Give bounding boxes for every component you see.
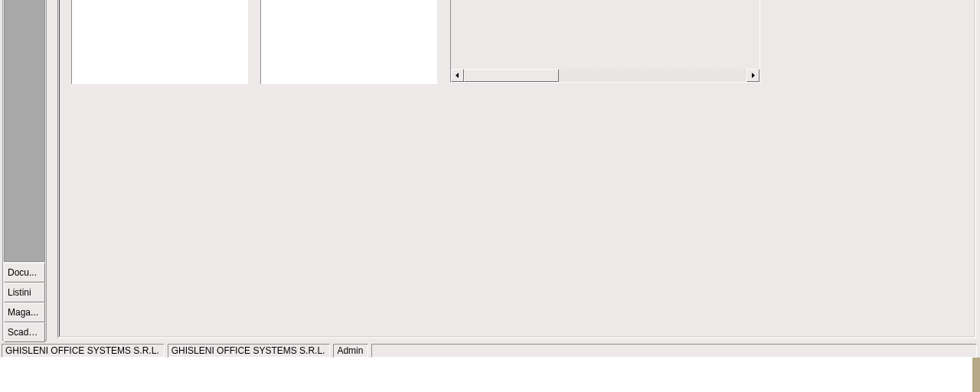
arrow-right-icon — [750, 73, 756, 78]
main-content-inner — [59, 0, 975, 337]
content-panel-1 — [71, 0, 248, 84]
corner-strip — [972, 358, 980, 392]
list-body[interactable] — [451, 0, 760, 69]
status-bar: GHISLENI OFFICE SYSTEMS S.R.L. GHISLENI … — [0, 344, 980, 358]
status-user: Admin — [333, 344, 368, 358]
sidebar: Docu... Listini Maga... Scade... — [2, 0, 47, 341]
sidebar-active-panel — [4, 0, 45, 262]
scroll-left-button[interactable] — [451, 69, 464, 82]
status-company-1: GHISLENI OFFICE SYSTEMS S.R.L. — [2, 344, 165, 358]
main-content-frame — [57, 0, 976, 338]
sidebar-button-group: Docu... Listini Maga... Scade... — [3, 263, 46, 342]
sidebar-item-scadenze[interactable]: Scade... — [4, 322, 45, 342]
arrow-left-icon — [455, 73, 460, 78]
status-company-2: GHISLENI OFFICE SYSTEMS S.R.L. — [168, 344, 331, 358]
content-panel-2 — [260, 0, 437, 84]
list-panel — [450, 0, 760, 83]
status-empty — [371, 344, 977, 358]
vertical-splitter[interactable] — [48, 0, 55, 341]
horizontal-scrollbar — [451, 69, 760, 82]
sidebar-item-magazzino[interactable]: Maga... — [4, 302, 45, 322]
scroll-track[interactable] — [464, 69, 746, 82]
scroll-thumb[interactable] — [464, 69, 559, 82]
sidebar-item-documenti[interactable]: Docu... — [4, 263, 45, 283]
svg-marker-0 — [456, 73, 459, 78]
svg-marker-1 — [752, 73, 755, 78]
scroll-right-button[interactable] — [746, 69, 760, 82]
sidebar-item-listini[interactable]: Listini — [4, 283, 45, 302]
app-area: Docu... Listini Maga... Scade... — [0, 0, 980, 356]
